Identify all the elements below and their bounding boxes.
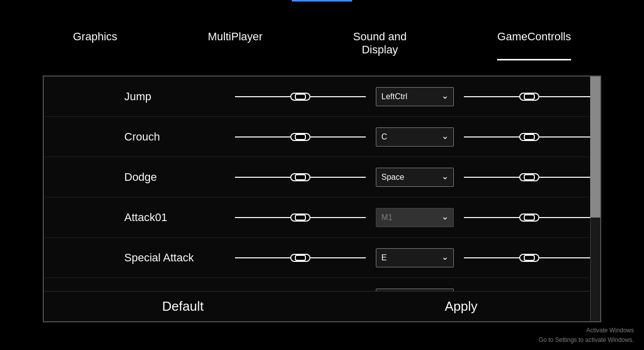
- key-dropdown-jump[interactable]: LeftCtrl: [376, 87, 454, 106]
- chain-link-left: [290, 214, 310, 222]
- control-row-dodge: Dodge Space: [44, 157, 600, 197]
- scrollbar-thumb[interactable]: [590, 77, 600, 218]
- action-label-jump: Jump: [124, 90, 235, 103]
- tab-graphics[interactable]: Graphics: [73, 30, 117, 60]
- chain-line: [310, 177, 366, 178]
- footer-row: Default Apply: [44, 291, 600, 321]
- chain-graphic-right-attack01: [464, 214, 595, 222]
- chain-line: [539, 96, 595, 97]
- chain-link-left: [290, 173, 310, 181]
- chain-graphic-left-dodge: [235, 173, 366, 181]
- chain-line: [235, 96, 290, 97]
- chain-graphic-left-crouch: [235, 133, 366, 141]
- chain-left-attack01: [235, 214, 376, 222]
- chain-graphic-left-jump: [235, 93, 366, 101]
- chain-line: [539, 177, 595, 178]
- control-row-attack01: Attack01 M1: [44, 197, 600, 238]
- chain-line: [310, 217, 366, 218]
- chain-link-right: [519, 214, 539, 222]
- chain-link-left: [290, 93, 310, 101]
- chain-left-special-attack: [235, 254, 376, 262]
- chain-line: [464, 217, 519, 218]
- chain-link-left: [290, 133, 310, 141]
- chain-link-right: [519, 133, 539, 141]
- chain-line: [464, 257, 519, 258]
- control-row-crouch: Crouch C: [44, 117, 600, 157]
- chain-line: [464, 177, 519, 178]
- chain-link-right: [519, 254, 539, 262]
- chain-right-special-attack: [454, 254, 595, 262]
- chain-right-attack01: [454, 214, 595, 222]
- action-label-special-attack: Special Attack: [124, 251, 235, 264]
- dropdown-wrapper-special-attack: E: [376, 248, 454, 267]
- chain-graphic-left-attack01: [235, 214, 366, 222]
- top-nav: Graphics MultiPlayer Sound and Display G…: [0, 0, 644, 76]
- chain-line: [464, 96, 519, 97]
- control-row-special-attack: Special Attack E: [44, 238, 600, 278]
- apply-button[interactable]: Apply: [322, 299, 600, 314]
- default-button[interactable]: Default: [44, 299, 322, 314]
- tab-sound-display[interactable]: Sound and Display: [353, 30, 407, 60]
- chain-graphic-right-crouch: [464, 133, 595, 141]
- tab-game-controls[interactable]: GameControlls: [497, 30, 571, 60]
- chain-right-crouch: [454, 133, 595, 141]
- chain-left-dodge: [235, 173, 376, 181]
- chain-line: [539, 136, 595, 137]
- chain-line: [310, 96, 366, 97]
- chain-right-jump: [454, 93, 595, 101]
- chain-link-right: [519, 93, 539, 101]
- chain-left-crouch: [235, 133, 376, 141]
- chain-graphic-right-jump: [464, 93, 595, 101]
- action-label-dodge: Dodge: [124, 171, 235, 184]
- action-label-crouch: Crouch: [124, 130, 235, 144]
- scrollbar[interactable]: [590, 77, 600, 321]
- chain-left-jump: [235, 93, 376, 101]
- action-label-attack01: Attack01: [124, 211, 235, 224]
- chain-link-right: [519, 173, 539, 181]
- dropdown-wrapper-dodge: Space: [376, 168, 454, 187]
- chain-line: [464, 136, 519, 137]
- key-dropdown-crouch[interactable]: C: [376, 127, 454, 147]
- dropdown-wrapper-crouch: C: [376, 127, 454, 147]
- control-row-jump: Jump LeftCtrl: [44, 77, 600, 117]
- chain-line: [235, 136, 290, 137]
- chain-graphic-right-special-attack: [464, 254, 595, 262]
- chain-line: [539, 257, 595, 258]
- chain-line: [235, 177, 290, 178]
- chain-line: [235, 257, 290, 258]
- chain-line: [310, 136, 366, 137]
- chain-right-dodge: [454, 173, 595, 181]
- windows-watermark: Activate Windows Go to Settings to activ…: [539, 326, 634, 345]
- chain-line: [235, 217, 290, 218]
- chain-graphic-right-dodge: [464, 173, 595, 181]
- key-dropdown-special-attack[interactable]: E: [376, 248, 454, 267]
- key-dropdown-dodge[interactable]: Space: [376, 168, 454, 187]
- dropdown-wrapper-attack01: M1: [376, 208, 454, 227]
- chain-line: [310, 257, 366, 258]
- chain-graphic-left-special-attack: [235, 254, 366, 262]
- tab-multiplayer[interactable]: MultiPlayer: [208, 30, 263, 60]
- chain-link-left: [290, 254, 310, 262]
- chain-line: [539, 217, 595, 218]
- key-dropdown-attack01[interactable]: M1: [376, 208, 454, 227]
- dropdown-wrapper-jump: LeftCtrl: [376, 87, 454, 106]
- controls-panel: Jump LeftCtrl Crouch C Dodge Space: [43, 76, 601, 322]
